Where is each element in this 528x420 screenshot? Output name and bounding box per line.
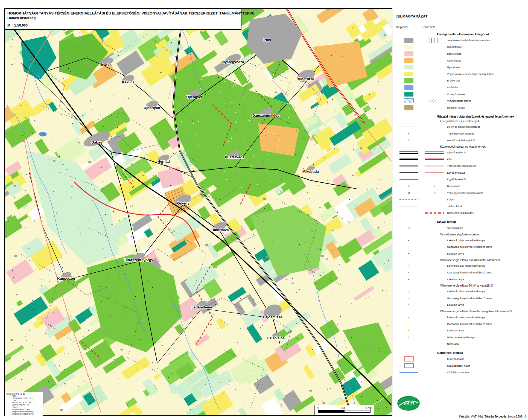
legend-existing-symbol-cell: ● xyxy=(396,272,422,273)
legend-item-label: Gazdasági funkcióval rendelkező tanya xyxy=(447,297,492,300)
town-label: Pilis xyxy=(264,38,271,42)
legend-section-header: Villamosenergia ellátás alternatív energ… xyxy=(440,310,527,313)
town-label: Kakucs xyxy=(122,80,135,84)
legend-line-symbol xyxy=(399,125,419,129)
legend-item-label: Vízfolyás, csatorna xyxy=(447,371,469,374)
legend-existing-symbol-cell: ▲ xyxy=(396,316,422,318)
legend-point-symbol: ○ xyxy=(408,336,409,339)
source-line: Forrás: CORINE LC-50 xyxy=(6,393,42,395)
legend-planned-symbol-cell xyxy=(422,157,447,161)
legend-item-label: Lakatlan tanya xyxy=(447,329,464,332)
legend-color-swatch xyxy=(404,78,413,83)
legend-item: Roncsolt felszín xyxy=(396,104,527,111)
legend-item: Közigazgatási határ xyxy=(396,362,527,369)
legend-existing-symbol-cell: ■ xyxy=(396,329,422,331)
legend-line-symbol xyxy=(399,370,419,375)
legend-item-label: Főút xyxy=(447,158,452,161)
vati-logo-icon: VÁTI xyxy=(397,395,420,411)
map-title-box: HOMOKHÁTSÁGI TANYÁS TÉRSÉG ENERGIAELLÁTÁ… xyxy=(4,8,241,30)
page-subtitle: Dabasi kistérség xyxy=(7,16,238,20)
town-label: Inárcs xyxy=(101,63,112,67)
legend-item: ■Lakatlan tanya xyxy=(396,276,527,283)
legend-planned-symbol-cell xyxy=(422,98,447,104)
legend-item: ■Lakatlan tanya xyxy=(396,327,527,334)
legend-vhatch-symbol xyxy=(429,38,440,43)
legend-item-label: Roncsolt felszín xyxy=(447,106,465,109)
legend-existing-symbol-cell xyxy=(396,370,422,375)
legend-existing-symbol-cell xyxy=(396,356,422,361)
legend-item: ▲Lakófunkcióval rendelkező tanya xyxy=(396,288,527,295)
scale-bar-segments xyxy=(318,410,371,413)
legend-existing-symbol-cell: ▲ xyxy=(396,239,422,241)
legend-point-symbol: ■ xyxy=(408,304,409,306)
legend-item: Vizenyős terület xyxy=(396,91,527,98)
legend-existing-symbol-cell xyxy=(396,164,422,168)
legend-item: Vízfelület xyxy=(396,84,527,91)
legend-existing-symbol-cell xyxy=(396,98,422,103)
legend-item: Kistérséghatár xyxy=(396,355,527,362)
legend-point-symbol: ⌂ xyxy=(408,226,410,230)
legend-panel: JELMAGYARÁZAT Meglévő Tervezett Térségi … xyxy=(396,14,527,376)
legend-existing-symbol-cell xyxy=(396,157,422,161)
legend-existing-symbol-cell xyxy=(396,78,422,83)
legend-existing-symbol-cell xyxy=(396,204,422,208)
legend-item-label: Közigazgatási határ xyxy=(447,364,470,367)
legend-item: ●Gazdasági funkcióval rendelkező tanya xyxy=(396,320,527,327)
legend-item-label: Nehezen elérhető tanya xyxy=(447,336,475,339)
legend-body: Térségi területfelhasználási kategóriákT… xyxy=(396,33,527,376)
legend-existing-symbol-cell xyxy=(396,105,422,110)
vati-logo: VÁTI xyxy=(397,395,420,412)
legend-existing-symbol-cell: ■ xyxy=(396,304,422,306)
legend-color-swatch xyxy=(404,92,413,97)
legend-existing-symbol-cell xyxy=(396,363,422,368)
legend-item-label: Egyéb mellékút xyxy=(447,171,465,174)
legend-existing-symbol-cell xyxy=(396,85,422,90)
town-label: Dabas xyxy=(92,140,102,144)
legend-title: JELMAGYARÁZAT xyxy=(396,14,527,18)
legend-existing-symbol-cell: · xyxy=(396,342,422,346)
legend-line-symbol xyxy=(399,197,419,202)
legend-item: ✳✳Határátkelő xyxy=(396,183,527,189)
legend-line-symbol xyxy=(399,177,419,182)
legend-item-label: Szőlőterület xyxy=(447,52,461,55)
legend-planned-symbol-cell xyxy=(422,211,447,215)
legend-item: Települések beépítésre szánt területe xyxy=(396,37,527,44)
legend-boundary-box xyxy=(404,356,414,361)
legend-existing-symbol-cell: ⊛ xyxy=(396,191,422,194)
legend-line-symbol xyxy=(399,164,419,168)
scale-label-mid: 2,5 xyxy=(342,406,345,409)
legend-item: Vegyes művelésű mezőgazdasági terület xyxy=(396,71,527,77)
legend-point-symbol: ● xyxy=(408,297,409,299)
legend-item: ◎Meddő szénhidrogénkút xyxy=(396,137,527,144)
legend-planned-symbol-cell: ✳ xyxy=(422,185,447,188)
legend-existing-symbol-cell xyxy=(396,177,422,182)
legend-existing-symbol-cell xyxy=(396,45,422,49)
legend-item-label: Gazdasági funkcióval rendelkező tanya xyxy=(447,245,492,248)
town-label: Pusztavacs xyxy=(225,155,244,159)
source-line: FÖMI xyxy=(12,395,42,397)
legend-section-header: Villamosenergia ellátás transzformátor á… xyxy=(440,259,527,262)
legend-existing-symbol-cell: ✶ xyxy=(396,132,422,135)
legend-item: Vízvisszatartó tározó xyxy=(396,97,527,104)
legend-column-headers: Meglévő Tervezett xyxy=(396,25,527,29)
legend-point-symbol: ✳ xyxy=(433,185,436,188)
town-label: Dánszentmiklós xyxy=(252,113,279,118)
map-canvas: PilisInárcsKakucsNyáregyházaÚjlengyelÚjh… xyxy=(4,8,392,416)
legend-item-label: Meddő szénhidrogénkút xyxy=(447,139,475,142)
credit-line: Készült: VÁTI Kht. Térség Tervezési Irod… xyxy=(459,415,526,418)
source-line: HM TÉRKÉPÉSZETI KHT xyxy=(12,397,42,399)
legend-item: ●Gazdasági funkcióval rendelkező tanya xyxy=(396,295,527,302)
town-label: Örkény xyxy=(177,201,189,205)
source-line: Településszerkezeti tervek xyxy=(12,413,42,415)
town-label: Lajosmizse xyxy=(263,315,282,319)
legend-point-symbol: ▲ xyxy=(408,290,410,292)
landuse-map: PilisInárcsKakucsNyáregyházaÚjlengyelÚjh… xyxy=(5,9,392,415)
legend-item: ▲Lakófunkcióval rendelkező tanya xyxy=(396,237,527,244)
legend-existing-symbol-cell xyxy=(396,65,422,69)
scale-label-5km: 5 Km xyxy=(366,406,372,409)
legend-point-symbol: ⊛ xyxy=(408,191,410,194)
legend-point-symbol: ■ xyxy=(408,253,409,255)
legend-crosshatch-symbol xyxy=(404,98,414,103)
legend-item-label: Térségi jelentőségű határátkelő xyxy=(447,191,483,194)
town-label: Újhartyán xyxy=(144,106,160,110)
